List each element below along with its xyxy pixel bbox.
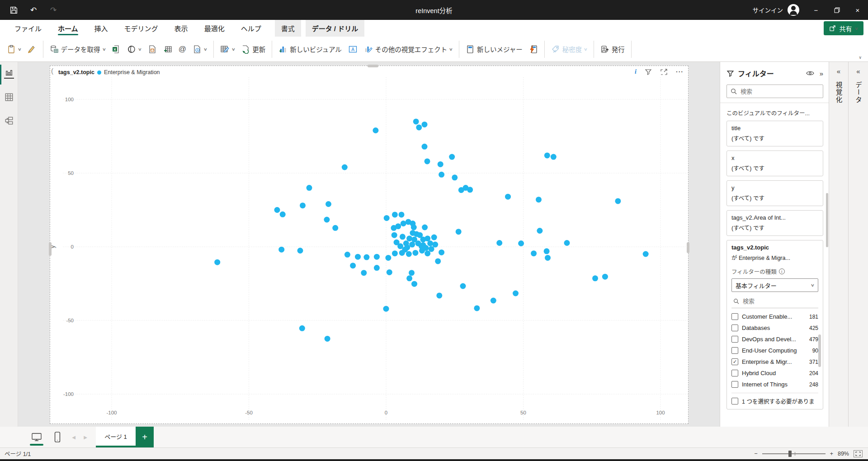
filter-value-search-box[interactable] [731, 295, 818, 308]
expand-pane-icon[interactable]: « [837, 67, 840, 75]
enter-data-button[interactable] [160, 40, 175, 59]
expand-pane-icon[interactable]: « [856, 67, 860, 75]
visualizations-pane-label[interactable]: 視覚化 [834, 81, 844, 104]
tab-view[interactable]: 表示 [172, 20, 191, 37]
tab-format[interactable]: 書式 [275, 20, 301, 37]
excel-workbook-button[interactable]: X [108, 40, 124, 59]
checkbox[interactable]: ✓ [731, 358, 738, 365]
undo-button[interactable]: ↶ [24, 0, 42, 20]
require-selection-row[interactable]: 1 つを選択する必要がありま [731, 393, 818, 405]
redo-button[interactable]: ↷ [44, 0, 62, 20]
quick-measure-button[interactable] [526, 40, 541, 59]
report-canvas[interactable]: ( tags_v2.topic Enterprise & Migration i [18, 62, 720, 427]
onelake-hub-button[interactable]: ∨ [124, 40, 145, 59]
close-button[interactable]: × [847, 0, 868, 20]
paste-button[interactable]: ∨ [4, 40, 24, 59]
data-pane-label[interactable]: データ [854, 81, 863, 104]
dataverse-button[interactable]: @ [175, 40, 189, 59]
checkbox[interactable] [731, 370, 738, 376]
svg-text:-50: -50 [66, 318, 74, 323]
zoom-in-button[interactable]: + [830, 451, 833, 457]
report-page[interactable]: ( tags_v2.topic Enterprise & Migration i [50, 66, 689, 424]
filter-card-active[interactable]: tags_v2.topic が Enterprise & Migra... フィ… [726, 240, 823, 409]
minimize-button[interactable]: − [806, 0, 826, 20]
tab-data-drill[interactable]: データ / ドリル [306, 20, 365, 37]
get-data-button[interactable]: データを取得 ∨ [47, 40, 109, 59]
checkbox[interactable] [731, 381, 738, 388]
tab-optimize[interactable]: 最適化 [202, 20, 227, 37]
checkbox[interactable] [731, 313, 738, 320]
tab-insert[interactable]: 挿入 [92, 20, 111, 37]
new-measure-button[interactable]: 新しいメジャー [462, 40, 526, 59]
zoom-out-button[interactable]: − [754, 451, 757, 457]
next-page-button[interactable]: ▶ [80, 427, 91, 447]
filter-value-row[interactable]: End-User Computing90 [731, 345, 818, 356]
filter-card[interactable]: title(すべて) です [726, 121, 823, 146]
filter-value-count: 204 [809, 370, 818, 376]
scatter-visual[interactable]: ( tags_v2.topic Enterprise & Migration i [50, 66, 689, 424]
tab-file[interactable]: ファイル [12, 20, 44, 37]
sign-in-button[interactable]: サインイン [746, 0, 806, 20]
page-tab-label: ページ 1 [104, 432, 127, 441]
filter-card[interactable]: tags_v2.Area of Int...(すべて) です [726, 210, 823, 236]
calculator-icon [466, 45, 475, 54]
desktop-layout-button[interactable] [26, 427, 47, 447]
filter-section-label: このビジュアルでのフィルター... [726, 108, 823, 117]
table-view-button[interactable] [0, 85, 18, 109]
checkbox[interactable] [731, 347, 738, 354]
ribbon-toolbar: ∨ データを取得 ∨ X ∨ [0, 37, 868, 62]
previous-page-button[interactable]: ◀ [68, 427, 80, 447]
plus-icon: + [142, 432, 147, 442]
text-box-button[interactable]: A [345, 40, 361, 59]
filter-value-row[interactable]: Databases425 [731, 322, 818, 334]
require-selection-checkbox[interactable] [731, 398, 738, 405]
checkbox[interactable] [731, 325, 738, 331]
tab-modeling[interactable]: モデリング [122, 20, 161, 37]
new-page-button[interactable]: + [136, 427, 154, 447]
model-view-button[interactable] [0, 109, 18, 132]
filter-value-row[interactable]: DevOps and Devel...479 [731, 334, 818, 345]
more-visuals-button[interactable]: その他の視覚エフェクト ∨ [361, 40, 456, 59]
filter-value-row[interactable]: ✓Enterprise & Migr...371 [731, 356, 818, 367]
refresh-button[interactable]: 更新 [238, 40, 269, 59]
fit-to-page-button[interactable] [854, 450, 863, 457]
recent-sources-button[interactable]: ∨ [189, 40, 210, 59]
filter-card[interactable]: y(すべて) です [726, 180, 823, 206]
report-view-button[interactable] [0, 62, 18, 85]
filter-pane-scrollbar-thumb[interactable] [826, 193, 828, 247]
filter-value-row[interactable]: Customer Enable...181 [731, 311, 818, 322]
list-scrollbar-thumb[interactable] [818, 334, 821, 367]
zoom-slider-thumb[interactable] [788, 451, 792, 457]
filter-value-row[interactable]: Internet of Things248 [731, 379, 818, 390]
filter-card[interactable]: x(すべて) です [726, 151, 823, 176]
filter-value-row[interactable]: Hybrid Cloud204 [731, 367, 818, 379]
filter-type-dropdown[interactable]: 基本フィルター ∨ [731, 278, 818, 292]
publish-button[interactable]: 発行 [597, 40, 628, 59]
tab-help[interactable]: ヘルプ [238, 20, 264, 37]
filter-search-box[interactable] [726, 85, 823, 98]
save-button[interactable] [5, 0, 23, 20]
tab-home[interactable]: ホーム [55, 20, 81, 37]
page-tab[interactable]: ページ 1 [96, 427, 136, 447]
filter-value-search-input[interactable] [743, 298, 806, 305]
svg-text:X: X [114, 47, 117, 51]
format-painter-button[interactable] [24, 40, 40, 59]
transform-data-button[interactable]: ∨ [217, 40, 238, 59]
mobile-layout-button[interactable] [47, 427, 68, 447]
zoom-slider[interactable] [762, 453, 826, 454]
text-box-icon: A [348, 45, 358, 54]
scatter-chart[interactable]: -100-50050100100500-50-100y [50, 66, 688, 423]
ribbon-collapse-button[interactable]: ∨ [859, 55, 862, 60]
checkbox[interactable] [731, 336, 738, 343]
sql-server-button[interactable] [145, 40, 160, 59]
new-visual-button[interactable]: 新しいビジュアル [275, 40, 345, 59]
collapse-pane-icon[interactable]: » [820, 70, 823, 77]
chevron-down-icon: ∨ [18, 47, 22, 52]
share-button[interactable]: 共有 ∨ [824, 21, 863, 35]
filter-pane: フィルター » このビジュアルでのフィルター... title(すべて) ですx… [720, 62, 829, 427]
filter-search-input[interactable] [741, 88, 804, 95]
chevron-down-icon: ∨ [231, 47, 235, 52]
sensitivity-button[interactable]: 秘密度 ∨ [548, 40, 590, 59]
restore-button[interactable] [826, 0, 847, 20]
eye-icon[interactable] [806, 70, 814, 76]
